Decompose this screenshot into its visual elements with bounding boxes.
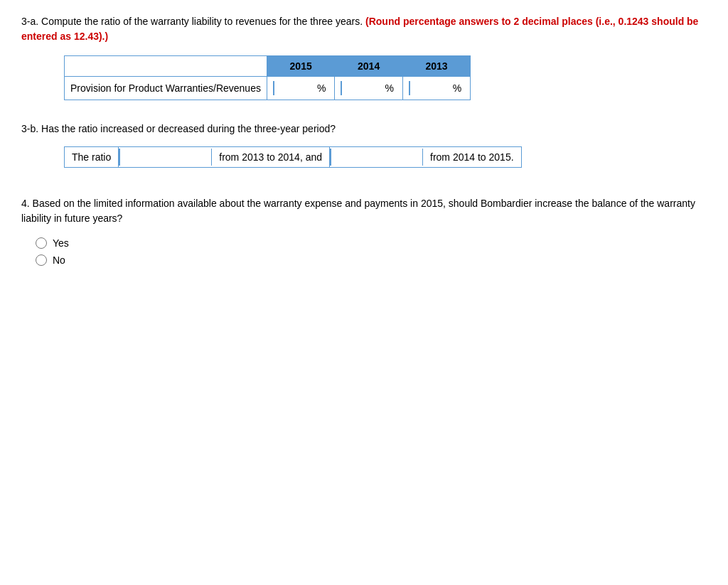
section-3b: 3-b. Has the ratio increased or decrease…: [21, 122, 707, 168]
row-label: Provision for Product Warranties/Revenue…: [65, 77, 267, 100]
radio-no-label: No: [53, 254, 65, 266]
percent-sign-2014: %: [385, 82, 396, 94]
input-2014-wrapper: %: [341, 81, 396, 95]
radio-group: Yes No: [36, 237, 707, 266]
percent-input-2014[interactable]: [341, 81, 383, 95]
section-3a: 3-a. Compute the ratio of the warranty l…: [21, 14, 707, 100]
question-4-body: Based on the limited information availab…: [21, 198, 695, 224]
section-3a-table-container: 2015 2014 2013 Provision for Product War…: [64, 55, 707, 100]
question-3a-text: 3-a. Compute the ratio of the warranty l…: [21, 14, 707, 44]
radio-no[interactable]: [36, 254, 47, 266]
table-row: Provision for Product Warranties/Revenue…: [65, 77, 471, 100]
input-2013-cell: %: [402, 77, 470, 100]
ratio-input-1-cell: [119, 149, 212, 166]
question-3b-text: 3-b. Has the ratio increased or decrease…: [21, 122, 707, 136]
table-header-empty: [65, 56, 267, 77]
from-2013-to-2014-label: from 2013 to 2014, and: [212, 147, 330, 167]
ratio-input-1[interactable]: [119, 149, 211, 166]
percent-input-2015[interactable]: [273, 81, 316, 95]
ratio-label: The ratio: [65, 147, 119, 167]
question-4-number: 4.: [21, 198, 30, 209]
question-3b-body: Has the ratio increased or decreased dur…: [41, 123, 336, 134]
ratio-input-2-cell: [330, 149, 423, 166]
percent-sign-2013: %: [453, 82, 464, 94]
ratio-answer-row: The ratio from 2013 to 2014, and from 20…: [64, 146, 522, 168]
input-2014-cell: %: [335, 77, 402, 100]
table-header-2014: 2014: [335, 56, 402, 77]
table-header-row: 2015 2014 2013: [65, 56, 471, 77]
ratio-input-2[interactable]: [330, 149, 422, 166]
table-header-2013: 2013: [402, 56, 470, 77]
input-2015-wrapper: %: [273, 81, 328, 95]
from-2014-to-2015-label: from 2014 to 2015.: [423, 147, 521, 167]
input-2013-wrapper: %: [409, 81, 464, 95]
radio-no-option[interactable]: No: [36, 254, 707, 266]
percent-sign-2015: %: [317, 82, 328, 94]
warranty-ratio-table: 2015 2014 2013 Provision for Product War…: [64, 55, 471, 100]
radio-yes[interactable]: [36, 237, 47, 249]
question-3a-body: Compute the ratio of the warranty liabil…: [41, 16, 363, 27]
input-2015-cell: %: [267, 77, 334, 100]
question-3a-number: 3-a.: [21, 16, 38, 27]
percent-input-2013[interactable]: [409, 81, 451, 95]
section-4: 4. Based on the limited information avai…: [21, 196, 707, 266]
radio-yes-label: Yes: [53, 237, 69, 249]
radio-yes-option[interactable]: Yes: [36, 237, 707, 249]
question-3b-number: 3-b.: [21, 123, 38, 134]
question-4-text: 4. Based on the limited information avai…: [21, 196, 707, 226]
table-header-2015: 2015: [267, 56, 334, 77]
